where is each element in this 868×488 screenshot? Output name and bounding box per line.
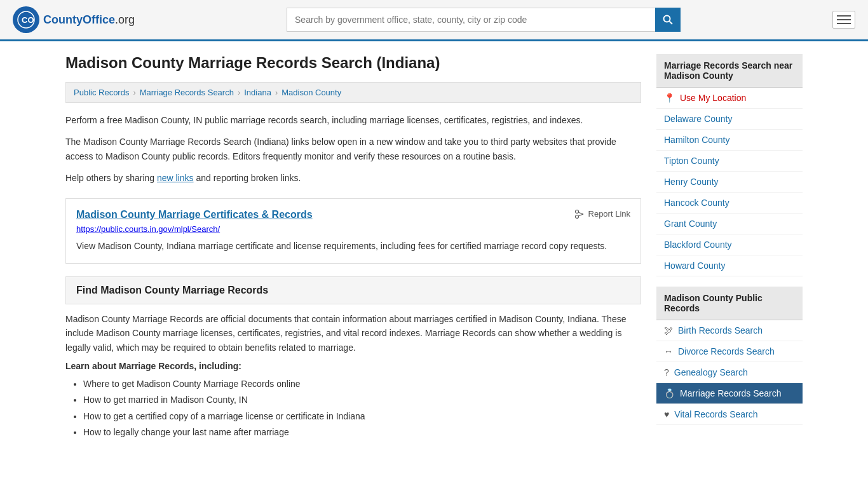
sidebar: Marriage Records Search near Madison Cou… xyxy=(656,54,803,440)
divorce-records-link[interactable]: Divorce Records Search xyxy=(678,346,775,356)
scissors-icon xyxy=(575,209,585,219)
sidebar-grant-county[interactable]: Grant County xyxy=(656,214,803,234)
sidebar-delaware-county[interactable]: Delaware County xyxy=(656,109,803,130)
record-card: Madison County Marriage Certificates & R… xyxy=(65,198,641,264)
svg-line-7 xyxy=(578,214,583,216)
logo-text: CountyOffice.org xyxy=(43,13,135,27)
report-link[interactable]: Report Link xyxy=(575,209,630,219)
breadcrumb: Public Records › Marriage Records Search… xyxy=(65,82,641,103)
new-links-link[interactable]: new links xyxy=(157,173,194,183)
sidebar-hamilton-county[interactable]: Hamilton County xyxy=(656,130,803,151)
birth-records-link[interactable]: Birth Records Search xyxy=(678,325,763,336)
search-icon xyxy=(663,15,673,25)
svg-point-5 xyxy=(575,215,578,218)
vital-records-link[interactable]: Vital Records Search xyxy=(674,409,757,419)
svg-point-2 xyxy=(664,16,670,22)
find-section-title: Find Madison County Marriage Records xyxy=(76,285,630,296)
public-records-section: Madison County Public Records 🕊 Birth Re… xyxy=(656,287,803,425)
sidebar-henry-county[interactable]: Henry County xyxy=(656,172,803,193)
record-url: https://public.courts.in.gov/mlpl/Search… xyxy=(76,224,630,234)
svg-line-6 xyxy=(578,212,583,214)
svg-text:CO: CO xyxy=(22,15,34,25)
hamilton-county-link[interactable]: Hamilton County xyxy=(664,135,730,145)
sidebar-genealogy[interactable]: ? Genealogy Search xyxy=(656,362,803,383)
search-input[interactable] xyxy=(287,8,655,32)
logo-icon: CO xyxy=(13,6,39,33)
find-section-body: Madison County Marriage Records are offi… xyxy=(65,312,641,355)
page-title: Madison County Marriage Records Search (… xyxy=(65,54,641,72)
record-card-header: Madison County Marriage Certificates & R… xyxy=(76,209,630,220)
grant-county-link[interactable]: Grant County xyxy=(664,219,717,229)
svg-point-4 xyxy=(575,210,578,213)
sidebar-vital-records[interactable]: ♥ Vital Records Search xyxy=(656,404,803,425)
vital-icon: ♥ xyxy=(664,409,669,419)
sidebar-divorce-records[interactable]: ↔ Divorce Records Search xyxy=(656,341,803,362)
use-location-link[interactable]: Use My Location xyxy=(680,93,746,103)
description-1: Perform a free Madison County, IN public… xyxy=(65,113,641,127)
sidebar-tipton-county[interactable]: Tipton County xyxy=(656,151,803,172)
genealogy-icon: ? xyxy=(664,367,669,377)
description-3: Help others by sharing new links and rep… xyxy=(65,171,641,185)
menu-button[interactable] xyxy=(832,11,855,29)
birth-icon: 🕊 xyxy=(664,325,673,336)
breadcrumb-marriage-records[interactable]: Marriage Records Search xyxy=(140,88,234,97)
sidebar-hancock-county[interactable]: Hancock County xyxy=(656,193,803,214)
nearby-section: Marriage Records Search near Madison Cou… xyxy=(656,54,803,276)
logo-area: CO CountyOffice.org xyxy=(13,6,135,33)
list-item: How to get married in Madison County, IN xyxy=(83,392,641,408)
record-title-link[interactable]: Madison County Marriage Certificates & R… xyxy=(76,209,313,220)
location-icon: 📍 xyxy=(664,93,675,103)
nearby-heading: Marriage Records Search near Madison Cou… xyxy=(656,54,803,88)
record-url-link[interactable]: https://public.courts.in.gov/mlpl/Search… xyxy=(76,224,220,234)
delaware-county-link[interactable]: Delaware County xyxy=(664,114,732,124)
genealogy-link[interactable]: Genealogy Search xyxy=(674,367,748,377)
site-header: CO CountyOffice.org xyxy=(0,0,868,41)
divorce-icon: ↔ xyxy=(664,346,673,356)
breadcrumb-madison-county[interactable]: Madison County xyxy=(281,88,341,97)
find-section-header: Find Madison County Marriage Records xyxy=(65,276,641,304)
content-area: Madison County Marriage Records Search (… xyxy=(65,54,641,440)
use-location-item[interactable]: 📍 Use My Location xyxy=(656,88,803,109)
record-description: View Madison County, Indiana marriage ce… xyxy=(76,239,630,253)
sidebar-marriage-records[interactable]: 💍 Marriage Records Search xyxy=(656,383,803,404)
main-container: Madison County Marriage Records Search (… xyxy=(53,41,815,453)
list-item: How to get a certified copy of a marriag… xyxy=(83,409,641,424)
learn-list: Where to get Madison County Marriage Rec… xyxy=(65,376,641,440)
description-2: The Madison County Marriage Records Sear… xyxy=(65,135,641,163)
sidebar-birth-records[interactable]: 🕊 Birth Records Search xyxy=(656,320,803,341)
blackford-county-link[interactable]: Blackford County xyxy=(664,240,732,250)
tipton-county-link[interactable]: Tipton County xyxy=(664,156,719,166)
public-records-heading: Madison County Public Records xyxy=(656,287,803,320)
henry-county-link[interactable]: Henry County xyxy=(664,177,719,187)
svg-line-3 xyxy=(670,22,673,25)
sidebar-blackford-county[interactable]: Blackford County xyxy=(656,234,803,255)
learn-heading: Learn about Marriage Records, including: xyxy=(65,361,641,371)
breadcrumb-indiana[interactable]: Indiana xyxy=(244,88,271,97)
list-item: How to legally change your last name aft… xyxy=(83,424,641,440)
search-button[interactable] xyxy=(655,8,681,32)
marriage-records-link[interactable]: Marriage Records Search xyxy=(680,388,782,398)
hancock-county-link[interactable]: Hancock County xyxy=(664,198,729,208)
list-item: Where to get Madison County Marriage Rec… xyxy=(83,376,641,392)
breadcrumb-public-records[interactable]: Public Records xyxy=(74,88,129,97)
sidebar-howard-county[interactable]: Howard County xyxy=(656,255,803,276)
search-area xyxy=(287,8,681,32)
howard-county-link[interactable]: Howard County xyxy=(664,261,726,271)
marriage-icon: 💍 xyxy=(664,388,675,398)
